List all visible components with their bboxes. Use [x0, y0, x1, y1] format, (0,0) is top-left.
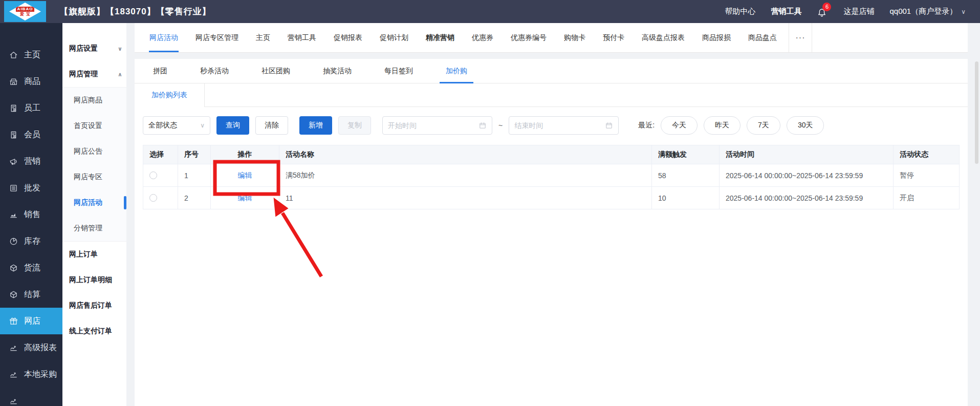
tab-goods-damage[interactable]: 商品报损	[693, 23, 739, 52]
tab-precision-marketing[interactable]: 精准营销	[417, 23, 463, 52]
submenu-item-shop-goods[interactable]: 网店商品	[62, 88, 126, 113]
sidebar-item-local-purchase[interactable]: 本地采购	[0, 361, 62, 388]
submenu-group-online-orders[interactable]: 网上订单	[62, 242, 126, 267]
sidebar-item-logistics[interactable]: 货流	[0, 254, 62, 281]
sidebar-item-advanced-report[interactable]: 高级报表	[0, 334, 62, 361]
row-radio[interactable]	[149, 172, 157, 179]
main-area: 网店活动 网店专区管理 主页 营销工具 促销报表 促销计划 精准营销 优惠券 优…	[135, 23, 980, 406]
sidebar-item-member[interactable]: 会员	[0, 121, 62, 148]
clear-button[interactable]: 清除	[255, 116, 288, 135]
table-row-1-name: 满58加价	[279, 164, 652, 187]
end-date-field[interactable]	[514, 121, 602, 130]
submenu-item-shop-zone[interactable]: 网店专区	[62, 164, 126, 190]
line-chart-icon	[9, 396, 18, 406]
tab-promo-report[interactable]: 促销报表	[325, 23, 371, 52]
chevron-down-icon: ∨	[200, 122, 205, 129]
submenu-group-online-payment-orders[interactable]: 线上支付订单	[62, 318, 126, 344]
sidebar-item-sales[interactable]: 销售	[0, 201, 62, 228]
sidebar-item-partial[interactable]	[0, 388, 62, 406]
tab-goods-stocktake[interactable]: 商品盘点	[739, 23, 786, 52]
subtab-lottery[interactable]: 抽奖活动	[314, 59, 361, 83]
subtab-group-buy[interactable]: 拼团	[144, 59, 177, 83]
sidebar-item-wholesale[interactable]: 批发	[0, 175, 62, 201]
submenu-group-online-order-details[interactable]: 网上订单明细	[62, 267, 126, 293]
logo-text-cn: 爱宝	[20, 12, 32, 16]
edit-link[interactable]: 编辑	[238, 171, 252, 180]
quick-today-button[interactable]: 今天	[661, 116, 698, 135]
col-header-select: 选择	[143, 145, 178, 164]
tab-advanced-stocktake-report[interactable]: 高级盘点报表	[633, 23, 693, 52]
account-name: qq001（商户登录）	[889, 7, 957, 16]
tab-shop-activity[interactable]: 网店活动	[141, 23, 187, 52]
subtab-addon-purchase[interactable]: 加价购	[437, 59, 476, 83]
submenu-group-shop-management[interactable]: 网店管理 ∧	[62, 61, 126, 87]
copy-button[interactable]: 复制	[338, 116, 371, 135]
subtab-flash-sale[interactable]: 秒杀活动	[191, 59, 238, 83]
subtab-daily-checkin[interactable]: 每日签到	[375, 59, 422, 83]
activity-subtabs: 拼团 秒杀活动 社区团购 抽奖活动 每日签到 加价购	[135, 59, 968, 83]
notification-bell-button[interactable]: 6	[817, 6, 828, 18]
col-header-trigger: 满额触发	[652, 145, 720, 164]
more-tabs-button[interactable]: ···	[789, 23, 812, 52]
tab-coupon-number[interactable]: 优惠券编号	[502, 23, 555, 52]
marketing-tools-link[interactable]: 营销工具	[771, 7, 801, 16]
submenu-item-homepage-settings[interactable]: 首页设置	[62, 113, 126, 139]
page-scrollbar-thumb[interactable]	[975, 61, 978, 164]
tab-marketing-tools[interactable]: 营销工具	[279, 23, 325, 52]
submenu-group-aftersale-orders[interactable]: 网店售后订单	[62, 293, 126, 318]
line-chart-icon	[9, 343, 18, 353]
submenu-item-distribution[interactable]: 分销管理	[62, 216, 126, 241]
add-button[interactable]: 新增	[299, 116, 332, 135]
tab-home[interactable]: 主页	[247, 23, 279, 52]
quick-yesterday-button[interactable]: 昨天	[704, 116, 741, 135]
sidebar-item-goods[interactable]: 商品	[0, 68, 62, 95]
tab-shopping-card[interactable]: 购物卡	[555, 23, 594, 52]
pie-chart-icon	[9, 237, 18, 246]
tab-promo-plan[interactable]: 促销计划	[371, 23, 417, 52]
shop-entry-link[interactable]: 这是店铺	[843, 7, 874, 16]
search-button[interactable]: 查询	[216, 116, 249, 135]
subtab-community-buy[interactable]: 社区团购	[252, 59, 299, 83]
edit-link[interactable]: 编辑	[238, 194, 252, 203]
panel-tab-addon-list[interactable]: 加价购列表	[135, 83, 205, 107]
col-header-time: 活动时间	[720, 145, 894, 164]
filter-toolbar: 全部状态 ∨ 查询 清除 新增 复制 ~ 最近: 今天 昨天	[135, 107, 968, 145]
cube-icon	[9, 290, 18, 300]
tab-shop-zone-management[interactable]: 网店专区管理	[187, 23, 247, 52]
aibao-logo: AIBAO 爱宝	[4, 1, 46, 22]
submenu-item-shop-activity[interactable]: 网店活动	[62, 190, 126, 216]
tab-prepaid-card[interactable]: 预付卡	[594, 23, 633, 52]
table-row-2-select	[143, 187, 178, 209]
table-row-2-time: 2025-06-14 00:00:00~2025-06-14 23:59:59	[720, 187, 894, 209]
submenu-group-shop-settings[interactable]: 网店设置 ∨	[62, 36, 126, 61]
table-row-1-status: 暂停	[894, 164, 959, 187]
col-header-status: 活动状态	[894, 145, 959, 164]
gift-icon	[9, 316, 18, 326]
row-radio[interactable]	[149, 194, 157, 202]
quick-30days-button[interactable]: 30天	[787, 116, 824, 135]
submenu-item-shop-notice[interactable]: 网店公告	[62, 139, 126, 164]
sidebar-item-home[interactable]: 主页	[0, 41, 62, 68]
table-row-1-select	[143, 164, 178, 187]
content-card: 拼团 秒杀活动 社区团购 抽奖活动 每日签到 加价购 加价购列表 全部状态 ∨ …	[135, 59, 968, 406]
layout-gutter	[126, 23, 135, 406]
start-date-field[interactable]	[388, 121, 475, 130]
account-menu[interactable]: qq001（商户登录） ∨	[889, 7, 966, 16]
sidebar-item-staff[interactable]: 员工	[0, 95, 62, 121]
sidebar-item-settlement[interactable]: 结算	[0, 281, 62, 308]
workspace-tabstrip: 网店活动 网店专区管理 主页 营销工具 促销报表 促销计划 精准营销 优惠券 优…	[135, 23, 968, 53]
status-select[interactable]: 全部状态 ∨	[143, 116, 210, 135]
sidebar-item-marketing[interactable]: 营销	[0, 148, 62, 175]
col-header-action: 操作	[211, 145, 279, 164]
status-select-value: 全部状态	[148, 121, 177, 130]
sidebar-item-onlineshop[interactable]: 网店	[0, 308, 62, 334]
sidebar-item-inventory[interactable]: 库存	[0, 228, 62, 254]
topbar: AIBAO 爱宝 【旗舰版】【183070】【零售行业】 帮助中心 营销工具 6…	[0, 0, 980, 23]
end-date-input[interactable]	[509, 116, 619, 135]
tab-coupon[interactable]: 优惠券	[463, 23, 502, 52]
quick-7days-button[interactable]: 7天	[747, 116, 780, 135]
app-title: 【旗舰版】【183070】【零售行业】	[59, 6, 211, 17]
help-center-link[interactable]: 帮助中心	[725, 7, 755, 16]
table-row-2-name: 11	[279, 187, 652, 209]
start-date-input[interactable]	[382, 116, 492, 135]
